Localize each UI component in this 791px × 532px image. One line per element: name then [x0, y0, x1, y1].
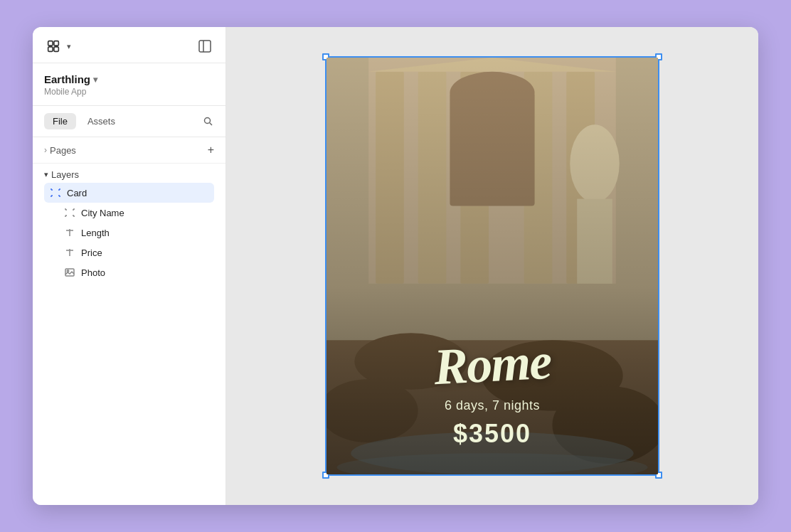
svg-line-7: [210, 122, 212, 124]
svg-point-29: [67, 270, 68, 272]
svg-rect-4: [199, 41, 211, 52]
text-icon-2: [64, 247, 75, 258]
layers-list: Card: [44, 183, 214, 282]
svg-rect-1: [54, 41, 58, 46]
pages-chevron-icon: ›: [44, 145, 47, 155]
file-assets-tabbar: File Assets: [33, 106, 225, 137]
search-button[interactable]: [203, 116, 214, 127]
layer-length-name: Length: [81, 228, 110, 238]
pages-section: › Pages +: [33, 137, 225, 164]
logo-dropdown-chevron: ▾: [67, 42, 71, 51]
main-canvas[interactable]: Rome 6 days, 7 nights $3500: [226, 27, 758, 505]
component-icon: [64, 207, 75, 218]
project-info: Earthling ▾ Mobile App: [33, 63, 225, 106]
card-text-overlay: Rome 6 days, 7 nights $3500: [327, 324, 658, 474]
tab-assets[interactable]: Assets: [79, 113, 124, 129]
card-content: Rome 6 days, 7 nights $3500: [327, 58, 658, 474]
figma-logo-icon: [44, 37, 63, 55]
project-name-label: Earthling: [44, 73, 90, 85]
city-name-text: Rome: [432, 336, 552, 393]
text-icon: [64, 227, 75, 238]
app-window: ▾ Earthling ▾ Mobile App File Assets: [33, 27, 758, 505]
sidebar: ▾ Earthling ▾ Mobile App File Assets: [33, 27, 226, 505]
layer-item-city-name[interactable]: City Name: [44, 203, 214, 223]
layer-item-card[interactable]: Card: [44, 183, 214, 203]
frame-icon: [50, 187, 61, 198]
layer-item-photo[interactable]: Photo: [44, 262, 214, 282]
layer-item-length[interactable]: Length: [44, 223, 214, 243]
pages-label-text: Pages: [50, 145, 76, 156]
project-name-button[interactable]: Earthling ▾: [44, 73, 214, 85]
layer-item-price[interactable]: Price: [44, 243, 214, 262]
layer-price-name: Price: [81, 248, 102, 258]
svg-point-6: [205, 117, 211, 123]
svg-rect-3: [54, 47, 58, 51]
project-type-label: Mobile App: [44, 87, 214, 97]
layers-chevron-icon: ▾: [44, 170, 48, 179]
pages-toggle[interactable]: › Pages: [44, 145, 76, 156]
layer-photo-name: Photo: [81, 267, 105, 278]
project-name-chevron: ▾: [93, 75, 97, 85]
layers-label-text: Layers: [51, 169, 79, 180]
add-page-button[interactable]: +: [208, 144, 214, 156]
layers-section: ▾ Layers: [33, 164, 225, 285]
image-icon: [64, 267, 75, 278]
sidebar-topbar: ▾: [33, 27, 225, 63]
layer-cityname-name: City Name: [81, 208, 124, 218]
length-text: 6 days, 7 nights: [445, 398, 540, 413]
logo-area[interactable]: ▾: [44, 37, 71, 55]
svg-rect-0: [48, 41, 53, 46]
price-text: $3500: [453, 419, 531, 449]
svg-rect-2: [48, 47, 53, 51]
layer-card-name: Card: [67, 188, 87, 198]
tab-file[interactable]: File: [44, 113, 76, 129]
card-frame[interactable]: Rome 6 days, 7 nights $3500: [325, 56, 659, 476]
layout-toggle-button[interactable]: [196, 37, 214, 55]
layers-toggle[interactable]: ▾ Layers: [44, 169, 214, 180]
